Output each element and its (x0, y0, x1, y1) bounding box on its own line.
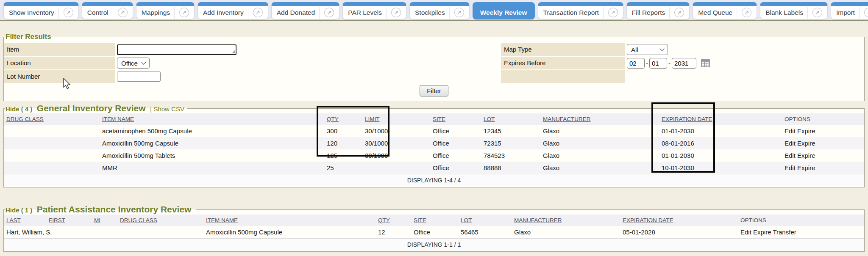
col-limit[interactable]: LIMIT (362, 113, 430, 125)
cell-site: Office (430, 137, 481, 149)
popout-divider: ↗ (248, 7, 263, 19)
section-title: General Inventory Review (37, 103, 146, 113)
tab-mappings[interactable]: Mappings↗ (136, 2, 195, 19)
col-qty[interactable]: QTY (324, 113, 362, 125)
tab-add-donated[interactable]: Add Donated↗ (271, 2, 340, 19)
popout-arrow-icon[interactable]: ↗ (608, 8, 618, 17)
header-row: LAST FIRST MI DRUG CLASS ITEM NAME QTY S… (4, 215, 864, 226)
tab-label: PAR Levels (348, 9, 382, 17)
popout-arrow-icon[interactable]: ↗ (864, 8, 868, 17)
col-expiration-date[interactable]: EXPIRATION DATE (620, 215, 738, 226)
col-site[interactable]: SITE (411, 215, 458, 226)
tab-stockpiles[interactable]: Stockpiles↗ (409, 2, 470, 19)
cell-item-name: Amoxicillin 500mg Capsule (100, 137, 324, 149)
cell-qty: 120 (324, 137, 362, 149)
tab-par-levels[interactable]: PAR Levels↗ (342, 2, 406, 19)
tab-control[interactable]: Control↗ (82, 2, 133, 19)
hide-link[interactable]: Hide ( 4 ) (6, 105, 32, 113)
item-input[interactable] (117, 44, 236, 55)
tab-blank-labels[interactable]: Blank Labels↗ (760, 2, 828, 19)
cell-expiration: 05-01-2028 (620, 226, 738, 239)
section-title: Patient Assistance Inventory Review (37, 204, 192, 214)
col-manufacturer[interactable]: MANUFACTURER (540, 113, 659, 125)
col-first[interactable]: FIRST (46, 215, 92, 226)
cell-site: Office (430, 162, 481, 174)
tab-weekly-review-active[interactable]: Weekly Review (473, 2, 535, 19)
cell-qty: 12 (376, 226, 411, 239)
map-type-select[interactable]: All (627, 44, 668, 55)
col-manufacturer[interactable]: MANUFACTURER (512, 215, 620, 226)
popout-arrow-icon[interactable]: ↗ (391, 8, 401, 17)
col-qty[interactable]: QTY (376, 215, 411, 226)
popout-arrow-icon[interactable]: ↗ (253, 8, 263, 17)
cell-options-links[interactable]: Edit Expire (782, 149, 864, 162)
tab-show-inventory[interactable]: Show Inventory↗ (3, 2, 79, 19)
cell-expiration: 10-01-2030 (659, 162, 782, 174)
legend-pipe: | (150, 105, 152, 113)
general-inventory-table: DRUG CLASS ITEM NAME QTY LIMIT SITE LOT … (4, 113, 864, 186)
tab-import[interactable]: Import↗ (831, 2, 868, 19)
show-csv-link[interactable]: Show CSV (153, 105, 184, 113)
filter-button-row: Filter (4, 84, 864, 100)
col-lot[interactable]: LOT (458, 215, 512, 226)
col-expiration-date[interactable]: EXPIRATION DATE (659, 113, 782, 125)
hide-link[interactable]: Hide ( 1 ) (6, 206, 32, 214)
popout-arrow-icon[interactable]: ↗ (812, 8, 822, 17)
cell-first-name (46, 226, 92, 239)
col-item-name[interactable]: ITEM NAME (100, 113, 324, 125)
popout-arrow-icon[interactable]: ↗ (742, 8, 751, 17)
tab-fill-reports[interactable]: Fill Reports↗ (626, 2, 690, 19)
popout-arrow-icon[interactable]: ↗ (179, 8, 189, 17)
expires-day-input[interactable] (649, 58, 667, 69)
popout-arrow-icon[interactable]: ↗ (64, 8, 73, 17)
col-mi[interactable]: MI (92, 215, 117, 226)
col-site[interactable]: SITE (430, 113, 481, 125)
col-drug-class[interactable]: DRUG CLASS (4, 113, 100, 125)
popout-divider: ↗ (449, 7, 464, 19)
col-last[interactable]: LAST (4, 215, 46, 226)
tab-add-inventory[interactable]: Add Inventory↗ (198, 2, 268, 19)
col-options: OPTIONS (738, 215, 864, 226)
patient-assistance-fieldset: Hide ( 1 ) Patient Assistance Inventory … (3, 204, 865, 252)
cell-drug-class (4, 125, 100, 137)
cell-options-links[interactable]: Edit Expire (782, 137, 864, 149)
cell-options-links[interactable]: Edit Expire Transfer (738, 226, 864, 239)
expires-before-field-cell: - - (625, 57, 864, 69)
pagination-row: DISPLAYING 1-1 / 1 (4, 239, 864, 251)
popout-arrow-icon[interactable]: ↗ (118, 8, 128, 17)
popout-divider: ↗ (669, 7, 684, 19)
popout-arrow-icon[interactable]: ↗ (454, 8, 464, 17)
cell-lot: 56465 (458, 226, 512, 239)
cell-site: Office (430, 125, 481, 137)
cell-qty: 300 (324, 125, 362, 137)
calendar-icon[interactable] (701, 59, 710, 67)
lot-number-input[interactable] (117, 72, 161, 82)
popout-arrow-icon[interactable]: ↗ (324, 8, 334, 17)
date-separator: - (668, 60, 670, 67)
col-lot[interactable]: LOT (481, 113, 540, 125)
tab-label: Stockpiles (415, 9, 445, 17)
tab-label: Transaction Report (543, 9, 599, 17)
popout-divider: ↗ (737, 7, 751, 19)
popout-arrow-icon[interactable]: ↗ (674, 8, 684, 17)
tab-label: Weekly Review (480, 9, 527, 17)
expires-month-input[interactable] (627, 58, 645, 69)
col-drug-class[interactable]: DRUG CLASS (117, 215, 203, 226)
expires-before-label: Expires Before (501, 57, 625, 69)
table-row: acetaminophen 500mg Capsule 300 30/1000 … (4, 125, 864, 137)
location-field-cell: Office (115, 57, 501, 69)
general-inventory-legend: Hide ( 4 ) General Inventory Review | Sh… (5, 103, 187, 113)
item-input-wrap (117, 44, 236, 55)
pagination-row: DISPLAYING 1-4 / 4 (4, 174, 864, 187)
tab-med-queue[interactable]: Med Queue↗ (693, 2, 757, 19)
cell-options-links[interactable]: Edit Expire (782, 162, 864, 174)
expires-year-input[interactable] (672, 58, 696, 69)
cell-options-links[interactable]: Edit Expire (782, 125, 864, 137)
location-select[interactable]: Office (117, 58, 150, 69)
tab-transaction-report[interactable]: Transaction Report↗ (538, 2, 623, 19)
tab-label: Blank Labels (765, 9, 803, 17)
col-item-name[interactable]: ITEM NAME (203, 215, 376, 226)
filter-button[interactable]: Filter (420, 85, 448, 96)
tab-label: Med Queue (698, 9, 732, 17)
header-row: DRUG CLASS ITEM NAME QTY LIMIT SITE LOT … (4, 113, 864, 125)
